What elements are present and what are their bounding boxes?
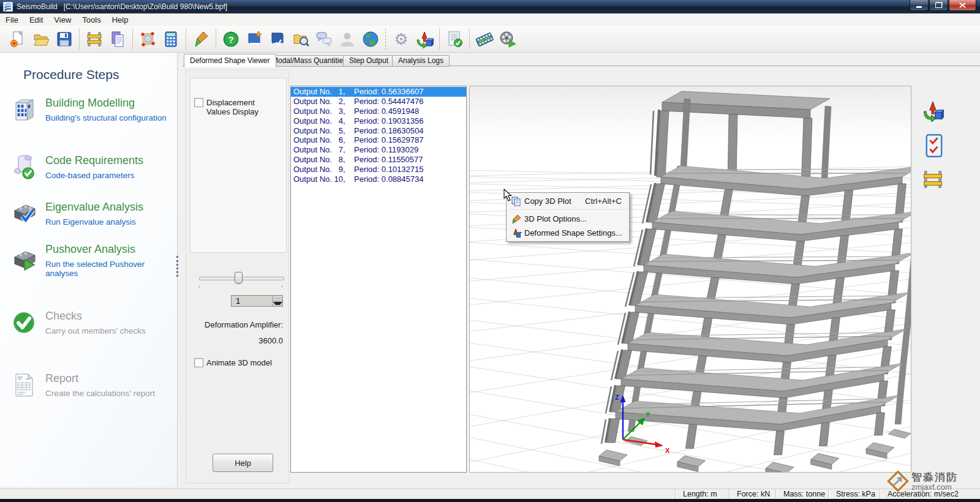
status-mass-unit: Mass: tonne — [775, 489, 828, 499]
toolbar-separator — [216, 29, 216, 50]
frame-view-icon[interactable] — [84, 29, 105, 50]
sidebar-item-code-requirements[interactable]: Code Requirements Code-based parameters — [9, 148, 177, 186]
status-stress-unit: Stress: kPa — [828, 489, 880, 499]
step-title: Pushover Analysis — [45, 243, 177, 256]
output-list-item[interactable]: Output No. 9, Period: 0.10132715 — [291, 165, 466, 174]
save-project-icon[interactable] — [54, 29, 75, 50]
checks-list-icon[interactable] — [922, 134, 946, 157]
menu-view[interactable]: View — [48, 15, 77, 25]
new-file-icon[interactable] — [7, 29, 28, 50]
output-list-item[interactable]: Output No. 1, Period: 0.56336607 — [291, 87, 466, 97]
step-title: Building Modelling — [45, 97, 167, 110]
deformed-shape-icon[interactable] — [414, 29, 435, 50]
film-strip-icon[interactable] — [474, 29, 495, 50]
maximize-icon — [935, 2, 942, 8]
sidebar-item-building-modelling[interactable]: Building Modelling Building's structural… — [9, 91, 177, 129]
svg-text:⚙: ⚙ — [394, 30, 408, 48]
doc-check-icon[interactable] — [444, 29, 465, 50]
deformed-shape-3d-viewport[interactable]: Z X Y — [469, 86, 911, 473]
animate-3d-checkbox[interactable] — [194, 358, 203, 367]
context-menu-separator — [508, 209, 627, 211]
step-subtitle: Run Eigenvalue analysis — [45, 217, 143, 227]
spinner-up-button[interactable] — [273, 296, 282, 301]
book-new-icon[interactable] — [244, 29, 265, 50]
output-list-item[interactable]: Output No. 8, Period: 0.11550577 — [291, 155, 466, 165]
checks-icon — [9, 309, 39, 337]
step-title: Code Requirements — [45, 154, 143, 167]
displacement-values-label: Displacement Values Display — [206, 98, 279, 116]
book-check-icon[interactable] — [267, 29, 288, 50]
output-list-item[interactable]: Output No. 5, Period: 0.18630504 — [291, 126, 466, 136]
sidebar-item-checks[interactable]: Checks Carry out members' checks — [9, 304, 177, 342]
title-bar: SeismoBuild [C:\Users\santon\Desktop\Zoi… — [0, 0, 980, 13]
output-list-item[interactable]: Output No. 4, Period: 0.19031356 — [291, 116, 466, 126]
paintbrush-icon — [508, 214, 524, 225]
spinner-value: 1 — [232, 296, 273, 305]
tab-step-output[interactable]: Step Output — [343, 55, 394, 67]
sidebar-item-eigenvalue-analysis[interactable]: Eigenvalue Analysis Run Eigenvalue analy… — [9, 195, 177, 233]
output-list-item[interactable]: Output No. 3, Period: 0.4591948 — [291, 107, 466, 116]
toolbar-separator — [186, 29, 186, 50]
status-bar: Length: m Force: kN Mass: tonne Stress: … — [0, 489, 980, 499]
settings-gear-icon[interactable]: ⚙ — [391, 29, 412, 50]
context-item-label: Copy 3D Plot — [524, 197, 585, 206]
minimize-button[interactable] — [910, 0, 929, 11]
search-folder-icon[interactable] — [290, 29, 311, 50]
menu-tools[interactable]: Tools — [77, 15, 106, 25]
slider-tick — [199, 285, 200, 288]
report-view-icon[interactable] — [107, 29, 128, 50]
deformation-amplifier-label: Deformation Amplifier: — [186, 320, 283, 329]
close-button[interactable] — [949, 0, 976, 11]
help-button-label: Help — [235, 459, 251, 468]
step-subtitle: Run the selected Pushover analyses — [45, 260, 177, 278]
menu-help[interactable]: Help — [107, 15, 134, 25]
context-3d-plot-options[interactable]: 3D Plot Options... — [508, 212, 628, 226]
plot-options-brush-icon[interactable] — [190, 29, 211, 50]
model-3d-icon[interactable] — [137, 29, 158, 50]
globe-icon[interactable] — [360, 29, 381, 50]
output-list-item[interactable]: Output No. 6, Period: 0.15629787 — [291, 135, 466, 145]
movie-reel-icon[interactable] — [497, 29, 518, 50]
context-deformed-shape-settings[interactable]: Deformed Shape Settings... — [508, 226, 628, 240]
displacement-values-checkbox[interactable] — [194, 98, 203, 107]
tab-analysis-logs[interactable]: Analysis Logs — [392, 55, 450, 67]
toolbar-separator — [385, 29, 386, 50]
maximize-button[interactable] — [929, 0, 948, 11]
tab-modal-mass-quantities[interactable]: Modal/Mass Quantities — [266, 55, 353, 67]
pushover-engine-icon — [9, 246, 39, 274]
toolbar-separator — [132, 29, 133, 50]
close-icon — [959, 2, 966, 8]
sidebar-item-pushover-analysis[interactable]: Pushover Analysis Run the selected Pusho… — [9, 241, 177, 279]
eigenvalue-engine-icon — [9, 200, 39, 228]
menu-file[interactable]: File — [0, 15, 24, 25]
frame-elements-icon[interactable] — [921, 168, 944, 191]
sidebar-title: Procedure Steps — [23, 67, 177, 82]
comments-icon[interactable] — [314, 29, 334, 50]
step-subtitle: Carry out members' checks — [45, 326, 146, 335]
output-list-item[interactable]: Output No. 10, Period: 0.08845734 — [291, 174, 466, 184]
toolbar-separator — [469, 29, 470, 50]
axis-z-label: Z — [615, 394, 619, 401]
help-icon[interactable]: ? — [221, 29, 241, 50]
help-button[interactable]: Help — [213, 454, 273, 472]
down-arrow-icon — [273, 302, 282, 305]
status-cell-empty — [0, 489, 675, 499]
window-bottom-edge — [0, 499, 980, 502]
open-project-icon[interactable] — [31, 29, 51, 50]
amplifier-spinner[interactable]: 1 — [231, 295, 283, 307]
sidebar-item-report[interactable]: Report Create the calculations' report — [9, 366, 177, 404]
menu-bar: File Edit View Tools Help — [0, 13, 980, 26]
report-icon — [9, 371, 39, 399]
calculator-icon[interactable] — [160, 29, 181, 50]
minimize-icon — [916, 6, 922, 8]
context-copy-3d-plot[interactable]: Copy 3D Plot Ctrl+Alt+C — [508, 194, 628, 208]
deformed-shape-tool-icon[interactable] — [921, 99, 944, 122]
output-list-item[interactable]: Output No. 2, Period: 0.54447476 — [291, 97, 466, 107]
amplifier-slider-handle[interactable] — [235, 272, 243, 284]
tab-deformed-shape-viewer[interactable]: Deformed Shape Viewer — [184, 54, 276, 67]
context-item-shortcut: Ctrl+Alt+C — [585, 197, 622, 206]
sidebar-splitter-handle[interactable] — [176, 256, 182, 277]
menu-edit[interactable]: Edit — [24, 15, 48, 25]
spinner-down-button[interactable] — [273, 301, 282, 306]
output-list-item[interactable]: Output No. 7, Period: 0.1193029 — [291, 145, 466, 155]
